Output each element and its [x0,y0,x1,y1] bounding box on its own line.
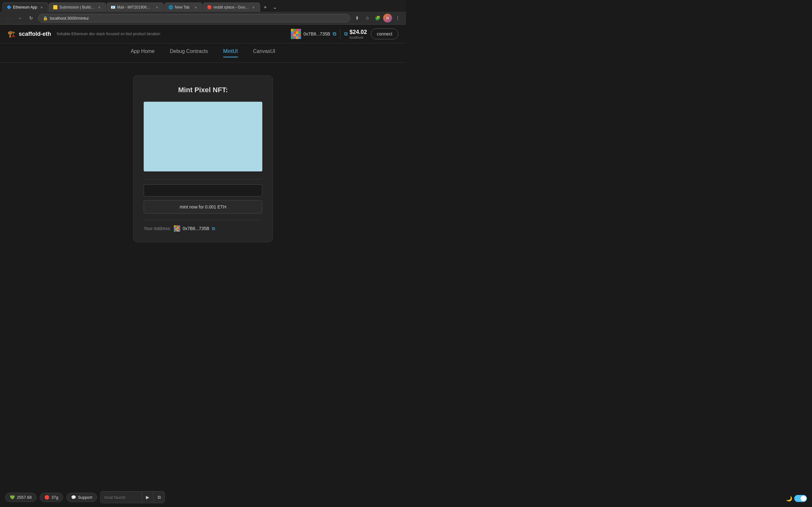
balance-network: localhost [350,36,367,39]
tab-label-buildquest: Submission | BuildQuest [59,5,95,9]
svg-rect-7 [299,32,301,34]
svg-rect-13 [293,37,296,39]
balance-icon: ⧉ [344,31,348,37]
tab-close-reddit[interactable]: ✕ [251,5,256,10]
svg-rect-31 [179,230,180,232]
wallet-avatar [291,29,301,39]
svg-rect-0 [291,29,293,32]
menu-icon[interactable]: ⋮ [393,14,402,22]
svg-rect-8 [291,34,293,37]
tab-close-mail[interactable]: ✕ [154,5,159,10]
svg-rect-18 [177,225,179,227]
svg-rect-15 [299,37,301,39]
header-right: 0x7B8...735B ⧉ ⧉ $24.02 localhost connec… [291,29,398,39]
tab-new-tab[interactable]: 🌐 New Tab ✕ [164,3,202,12]
app-nav: App Home Debug Contracts MintUI CanvasUI [0,43,406,63]
svg-rect-4 [291,32,293,34]
address-bar[interactable]: 🔒 localhost:3000/mintui [38,14,350,22]
svg-rect-19 [179,225,180,227]
app-header: 🏗️ scaffold-eth forkable Ethereum dev st… [0,25,406,43]
tab-favicon-newtab: 🌐 [168,5,173,9]
logo-area: 🏗️ scaffold-eth forkable Ethereum dev st… [8,30,291,38]
mint-address-input[interactable] [144,184,262,196]
browser-actions: ⬆ ☆ 🧩 N ⋮ [353,14,402,22]
svg-rect-29 [175,230,177,232]
tab-favicon-buildquest: 🟨 [53,5,57,9]
tab-buildquest[interactable]: 🟨 Submission | BuildQuest ✕ [49,3,106,12]
svg-rect-10 [296,34,299,37]
mint-card: Mint Pixel NFT: mint now for 0.001 ETH Y… [133,75,273,242]
address-text: localhost:3000/mintui [50,16,345,20]
mint-title: Mint Pixel NFT: [144,86,262,94]
profile-avatar[interactable]: N [383,14,392,22]
svg-rect-1 [293,29,296,32]
bookmark-icon[interactable]: ☆ [363,14,372,22]
nft-canvas[interactable] [144,102,262,171]
svg-rect-16 [174,225,175,227]
back-button[interactable]: ← [4,14,13,22]
svg-rect-6 [296,32,299,34]
svg-rect-12 [291,37,293,39]
tab-ethereum-app[interactable]: 🔷 Ethereum App ✕ [3,3,48,12]
scaffold-icon: 🏗️ [8,30,15,38]
wallet-address-text: 0x7B8...735B [304,32,330,37]
tab-overflow-button[interactable]: ⌄ [270,3,279,12]
logo-tagline: forkable Ethereum dev stack focused on f… [57,32,160,36]
lock-icon: 🔒 [43,16,48,20]
mint-now-button[interactable]: mint now for 0.001 ETH [144,200,262,214]
nav-item-debug-contracts[interactable]: Debug Contracts [170,49,208,57]
your-address-avatar [174,225,180,232]
svg-rect-23 [179,227,180,228]
tab-close-newtab[interactable]: ✕ [193,5,198,10]
wallet-address: 0x7B8...735B ⧉ [291,29,336,39]
tab-reddit[interactable]: 🔴 reddit rplace - Google Searc... ✕ [203,3,260,12]
tab-close-buildquest[interactable]: ✕ [97,5,102,10]
your-address-value: 0x7B8...735B [183,226,209,231]
nav-item-app-home[interactable]: App Home [131,49,155,57]
balance-display: $24.02 localhost [350,29,367,39]
tab-bar: 🔷 Ethereum App ✕ 🟨 Submission | BuildQue… [0,0,406,12]
divider-2 [144,220,262,220]
svg-rect-20 [174,227,175,228]
nav-item-canvasui[interactable]: CanvasUI [253,49,275,57]
svg-rect-22 [177,227,179,228]
svg-rect-28 [174,230,175,232]
divider-1 [144,179,262,179]
tab-label-newtab: New Tab [175,5,191,9]
tab-mail[interactable]: 📧 Mail - IMT2019060 Nikhil Ag... ✕ [107,3,164,12]
balance-amount: $24.02 [350,29,367,36]
balance-area: ⧉ $24.02 localhost [340,29,367,39]
svg-rect-26 [177,228,179,230]
svg-rect-24 [174,228,175,230]
svg-rect-25 [175,228,177,230]
new-tab-button[interactable]: + [261,3,270,12]
nav-item-mintui[interactable]: MintUI [223,49,238,57]
svg-rect-30 [177,230,179,232]
download-icon[interactable]: ⬆ [353,14,362,22]
your-address-copy-icon[interactable]: ⧉ [212,226,215,231]
tab-close-ethereum[interactable]: ✕ [39,5,44,10]
forward-button[interactable]: → [15,14,24,22]
reload-button[interactable]: ↻ [27,14,36,22]
svg-rect-3 [299,29,301,32]
your-address-row: Your Address: [144,225,262,232]
extensions-icon[interactable]: 🧩 [373,14,382,22]
tab-favicon-ethereum: 🔷 [7,5,11,9]
app-container: 🏗️ scaffold-eth forkable Ethereum dev st… [0,25,406,259]
wallet-address-copy-icon[interactable]: ⧉ [333,31,336,37]
svg-rect-2 [296,29,299,32]
logo-text: scaffold-eth [19,31,51,38]
svg-rect-11 [299,34,301,37]
tab-label-reddit: reddit rplace - Google Searc... [213,5,249,9]
svg-rect-27 [179,228,180,230]
svg-rect-9 [293,34,296,37]
svg-rect-5 [293,32,296,34]
browser-chrome: 🔷 Ethereum App ✕ 🟨 Submission | BuildQue… [0,0,406,25]
tab-label-ethereum: Ethereum App [13,5,37,9]
tab-favicon-reddit: 🔴 [207,5,212,9]
connect-button[interactable]: connect [371,29,398,39]
svg-rect-21 [175,227,177,228]
tab-label-mail: Mail - IMT2019060 Nikhil Ag... [117,5,153,9]
address-bar-row: ← → ↻ 🔒 localhost:3000/mintui ⬆ ☆ 🧩 N ⋮ [0,12,406,24]
your-address-label: Your Address: [144,226,171,231]
